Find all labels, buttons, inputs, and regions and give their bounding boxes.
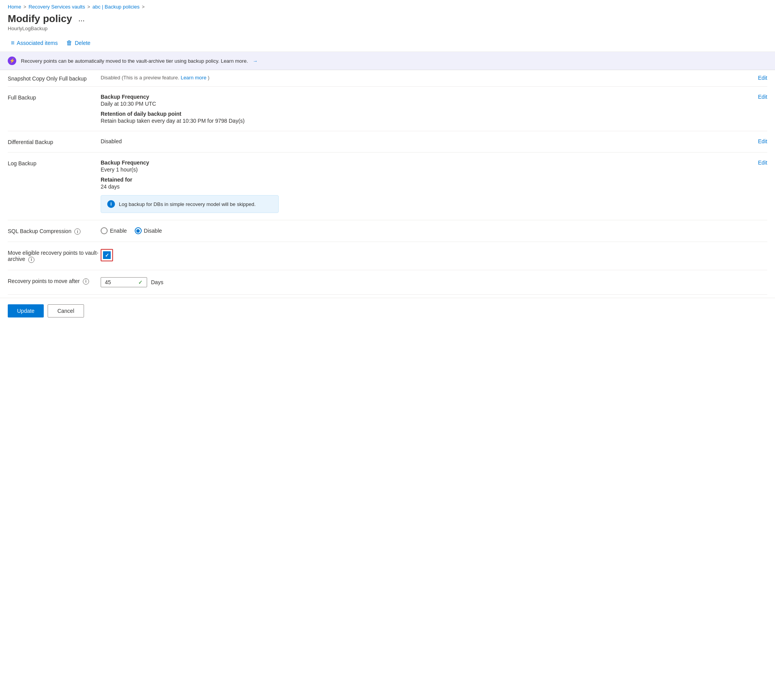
differential-backup-row: Differential Backup Disabled Edit	[8, 131, 767, 153]
differential-backup-content: Disabled	[101, 138, 744, 144]
banner-icon	[8, 57, 16, 65]
recovery-points-content: 45 ✓ Days	[101, 277, 744, 287]
cancel-button[interactable]: Cancel	[48, 304, 84, 317]
breadcrumb-abc[interactable]: abc | Backup policies	[93, 4, 140, 10]
breadcrumb-sep3: >	[142, 4, 145, 10]
log-backup-info-box: i Log backup for DBs in simple recovery …	[101, 195, 279, 213]
full-backup-frequency-value: Daily at 10:30 PM UTC	[101, 101, 744, 107]
vault-archive-row: Move eligible recovery points to vault-a…	[8, 242, 767, 270]
banner-text: Recovery points can be automatically mov…	[21, 58, 248, 64]
snapshot-value: Disabled (This is a preview feature.	[101, 75, 179, 81]
full-backup-retention-label: Retention of daily backup point	[101, 111, 744, 117]
breadcrumb: Home > Recovery Services vaults > abc | …	[0, 0, 775, 11]
recovery-points-dropdown[interactable]: 45 ✓	[101, 277, 147, 287]
log-backup-retained-value: 24 days	[101, 184, 744, 190]
update-button[interactable]: Update	[8, 304, 44, 317]
log-backup-edit-col: Edit	[744, 160, 767, 166]
breadcrumb-sep2: >	[87, 4, 90, 10]
sql-compression-disable-radio-inner	[136, 229, 140, 233]
full-backup-edit-link[interactable]: Edit	[758, 94, 767, 100]
snapshot-closing: )	[208, 75, 209, 81]
associated-items-button[interactable]: ≡ Associated items	[8, 38, 61, 48]
banner-learn-more-link[interactable]: →	[253, 58, 258, 64]
dropdown-check-icon: ✓	[138, 279, 143, 285]
snapshot-content: Disabled (This is a preview feature. Lea…	[101, 75, 744, 81]
full-backup-label: Full Backup	[8, 94, 101, 101]
sql-compression-disable-option[interactable]: Disable	[135, 227, 162, 234]
full-backup-retention-value: Retain backup taken every day at 10:30 P…	[101, 118, 744, 124]
log-backup-edit-link[interactable]: Edit	[758, 160, 767, 166]
snapshot-edit-col: Edit	[744, 75, 767, 81]
vault-archive-content	[101, 249, 744, 261]
recovery-points-value: 45	[105, 279, 130, 285]
sql-compression-enable-radio[interactable]	[101, 227, 108, 234]
content-area: Snapshot Copy Only Full backup Disabled …	[0, 70, 775, 295]
sql-compression-disable-radio[interactable]	[135, 227, 142, 234]
recovery-points-row: Recovery points to move after i 45 ✓ Day…	[8, 270, 767, 295]
breadcrumb-sep1: >	[24, 4, 26, 10]
snapshot-learn-more-link[interactable]: Learn more	[181, 75, 206, 81]
breadcrumb-home[interactable]: Home	[8, 4, 21, 10]
sql-compression-content: Enable Disable	[101, 227, 744, 234]
sql-compression-radio-group: Enable Disable	[101, 227, 744, 234]
info-banner: Recovery points can be automatically mov…	[0, 52, 775, 70]
list-icon: ≡	[11, 39, 14, 46]
vault-archive-info-icon[interactable]: i	[28, 257, 34, 263]
vault-archive-checkbox[interactable]	[101, 249, 113, 261]
full-backup-row: Full Backup Backup Frequency Daily at 10…	[8, 87, 767, 131]
footer-actions: Update Cancel	[0, 298, 775, 324]
log-backup-row: Log Backup Backup Frequency Every 1 hour…	[8, 153, 767, 220]
recovery-points-dropdown-field: 45 ✓ Days	[101, 277, 744, 287]
page-subtitle: HourlyLogBackup	[8, 26, 767, 31]
delete-icon: 🗑	[66, 39, 72, 46]
recovery-points-label: Recovery points to move after i	[8, 277, 101, 285]
sql-compression-disable-label: Disable	[144, 228, 162, 234]
recovery-points-info-icon[interactable]: i	[83, 278, 89, 285]
vault-archive-label-text: Move eligible recovery points to vault-a…	[8, 250, 98, 262]
associated-items-label: Associated items	[17, 40, 58, 46]
toolbar: ≡ Associated items 🗑 Delete	[0, 34, 775, 52]
differential-backup-label: Differential Backup	[8, 138, 101, 145]
sql-compression-enable-option[interactable]: Enable	[101, 227, 127, 234]
breadcrumb-recovery[interactable]: Recovery Services vaults	[29, 4, 85, 10]
log-backup-frequency-label: Backup Frequency	[101, 160, 744, 166]
full-backup-edit-col: Edit	[744, 94, 767, 100]
log-backup-retained-label: Retained for	[101, 177, 744, 183]
log-backup-frequency-value: Every 1 hour(s)	[101, 166, 744, 173]
info-box-icon: i	[107, 200, 115, 208]
recovery-points-label-text: Recovery points to move after	[8, 278, 80, 284]
snapshot-label: Snapshot Copy Only Full backup	[8, 75, 101, 82]
log-backup-label: Log Backup	[8, 160, 101, 166]
vault-archive-label: Move eligible recovery points to vault-a…	[8, 249, 101, 262]
vault-archive-checkbox-check	[103, 251, 111, 259]
full-backup-frequency-label: Backup Frequency	[101, 94, 744, 100]
log-backup-content: Backup Frequency Every 1 hour(s) Retaine…	[101, 160, 744, 213]
sql-compression-row: SQL Backup Compression i Enable Disable	[8, 220, 767, 242]
sql-compression-label-text: SQL Backup Compression	[8, 228, 71, 234]
delete-label: Delete	[75, 40, 90, 46]
log-backup-info-text: Log backup for DBs in simple recovery mo…	[119, 201, 255, 207]
sql-compression-enable-label: Enable	[110, 228, 127, 234]
sql-compression-info-icon[interactable]: i	[74, 228, 81, 235]
full-backup-content: Backup Frequency Daily at 10:30 PM UTC R…	[101, 94, 744, 124]
page-title: Modify policy	[8, 13, 72, 25]
more-options-button[interactable]: ...	[76, 14, 87, 24]
snapshot-row: Snapshot Copy Only Full backup Disabled …	[8, 70, 767, 87]
recovery-points-days-label: Days	[151, 279, 163, 285]
differential-backup-value: Disabled	[101, 138, 744, 144]
sql-compression-label: SQL Backup Compression i	[8, 227, 101, 235]
page-header: Modify policy ... HourlyLogBackup	[0, 11, 775, 34]
differential-backup-edit-link[interactable]: Edit	[758, 138, 767, 144]
delete-button[interactable]: 🗑 Delete	[63, 38, 93, 48]
differential-backup-edit-col: Edit	[744, 138, 767, 144]
snapshot-edit-link[interactable]: Edit	[758, 75, 767, 81]
